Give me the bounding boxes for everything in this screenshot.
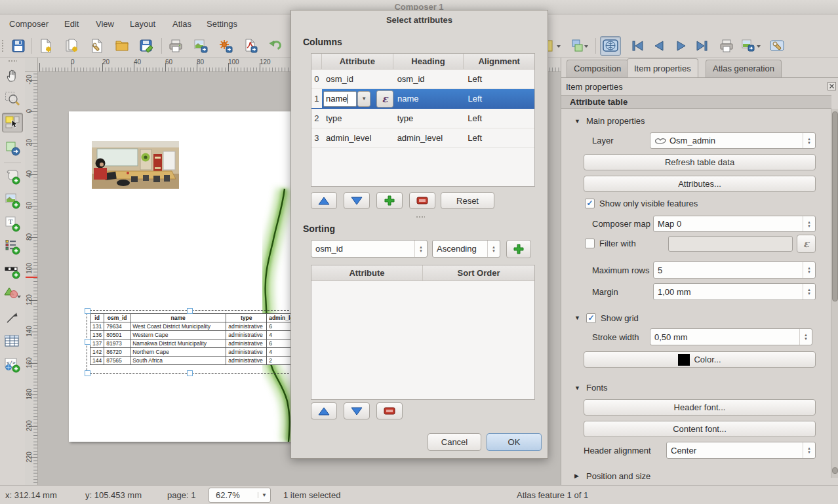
save-project-button[interactable] — [8, 36, 29, 56]
splitter-handle[interactable] — [416, 216, 425, 218]
attribute-edit-field[interactable]: name — [323, 91, 357, 107]
duplicate-composition-button[interactable] — [62, 36, 83, 56]
menu-composer[interactable]: Composer — [5, 14, 52, 34]
export-image-button[interactable] — [190, 36, 211, 56]
picture-item[interactable] — [92, 141, 179, 189]
toolbar-handle[interactable] — [1, 39, 5, 52]
sorting-move-down-button[interactable] — [344, 402, 370, 419]
print-atlas-button[interactable] — [716, 36, 737, 56]
heading-cell[interactable]: type — [393, 109, 464, 128]
alignment-cell[interactable]: Left — [464, 128, 534, 147]
open-template-button[interactable] — [111, 36, 132, 56]
sorting-move-up-button[interactable] — [311, 402, 337, 419]
tab-item-properties[interactable]: Item properties — [627, 58, 698, 77]
attribute-cell[interactable]: osm_id — [322, 69, 393, 88]
show-only-visible-checkbox[interactable]: ✓ — [585, 199, 595, 208]
main-properties-label[interactable]: Main properties — [586, 116, 645, 126]
expression-builder-button[interactable]: ε — [376, 90, 393, 107]
export-atlas-dropdown-button[interactable] — [738, 36, 765, 56]
zoom-tool-button[interactable] — [2, 89, 23, 109]
sort-attribute-col-header[interactable]: Attribute — [311, 265, 423, 281]
sorting-add-button[interactable] — [506, 240, 531, 258]
raise-items-dropdown-button[interactable] — [568, 36, 591, 56]
refresh-table-data-button[interactable]: Refresh table data — [584, 154, 816, 170]
map-item[interactable] — [216, 111, 290, 442]
sorting-order-combobox[interactable]: Ascending ▲▼ — [432, 240, 500, 258]
attribute-table-item[interactable]: id osm_id name type admin_level 13179634… — [90, 313, 304, 365]
atlas-preview-button[interactable] — [600, 36, 621, 56]
zoom-level-combobox[interactable]: 62.7% ▼ — [209, 488, 271, 503]
menu-settings[interactable]: Settings — [203, 14, 241, 34]
stroke-width-spinbox[interactable]: 0,50 mm ▲▼ — [650, 328, 812, 345]
columns-row-0[interactable]: 0 osm_id osm_id Left — [311, 69, 534, 89]
collapse-arrow-icon[interactable]: ▼ — [574, 385, 580, 391]
add-shape-dropdown-button[interactable] — [2, 284, 23, 304]
add-map-tool-button[interactable] — [2, 166, 23, 186]
column-add-button[interactable] — [376, 192, 403, 209]
menu-atlas[interactable]: Atlas — [169, 14, 195, 34]
attribute-col-header[interactable]: Attribute — [322, 54, 393, 69]
attributes-button[interactable]: Attributes... — [584, 176, 816, 192]
scrollbar-thumb[interactable] — [832, 111, 838, 301]
ok-button[interactable]: OK — [487, 433, 542, 451]
menu-layout[interactable]: Layout — [126, 14, 159, 34]
resize-handle[interactable] — [187, 370, 193, 376]
menu-edit[interactable]: Edit — [60, 14, 83, 34]
sorting-remove-button[interactable] — [376, 402, 403, 419]
save-as-template-button[interactable] — [136, 36, 157, 56]
columns-row-3[interactable]: 3 admin_level admin_level Left — [311, 128, 534, 148]
resize-handle[interactable] — [85, 308, 90, 314]
collapse-arrow-icon[interactable]: ▼ — [574, 118, 580, 125]
atlas-previous-feature-button[interactable] — [649, 36, 670, 56]
add-attribute-table-tool-button[interactable] — [2, 332, 23, 351]
collapse-arrow-icon[interactable]: ▼ — [574, 315, 580, 321]
atlas-next-feature-button[interactable] — [670, 36, 691, 56]
heading-cell[interactable]: osm_id — [393, 69, 464, 88]
show-grid-label[interactable]: Show grid — [601, 313, 639, 323]
column-move-up-button[interactable] — [311, 192, 337, 209]
filter-with-label[interactable]: Filter with — [599, 239, 636, 248]
composition-manager-button[interactable] — [87, 36, 108, 56]
alignment-cell[interactable]: Left — [464, 89, 534, 108]
close-panel-icon[interactable] — [828, 82, 836, 90]
add-legend-tool-button[interactable] — [2, 237, 23, 256]
print-button[interactable] — [165, 36, 186, 56]
scrollbar-end[interactable] — [832, 467, 838, 474]
pan-tool-button[interactable] — [2, 66, 23, 85]
content-font-button[interactable]: Content font... — [584, 421, 816, 437]
panel-scrollbar[interactable] — [831, 109, 838, 478]
layer-combobox[interactable]: Osm_admin ▲▼ — [650, 132, 816, 149]
filter-with-checkbox[interactable]: ✓ — [585, 239, 595, 248]
columns-row-2[interactable]: 2 type type Left — [311, 109, 534, 128]
header-alignment-combobox[interactable]: Center ▲▼ — [666, 442, 816, 459]
alignment-cell[interactable]: Left — [464, 109, 534, 128]
columns-table[interactable]: Attribute Heading Alignment 0 osm_id osm… — [311, 53, 535, 187]
margin-spinbox[interactable]: 1,00 mm ▲▼ — [653, 283, 816, 300]
resize-handle[interactable] — [85, 339, 90, 345]
resize-handle[interactable] — [187, 308, 193, 314]
fonts-label[interactable]: Fonts — [586, 383, 608, 393]
expand-arrow-icon[interactable]: ▶ — [574, 473, 579, 479]
grid-color-button[interactable]: Color... — [584, 351, 816, 368]
add-arrow-tool-button[interactable] — [2, 308, 23, 328]
add-scalebar-tool-button[interactable] — [2, 261, 23, 281]
menu-view[interactable]: View — [92, 14, 118, 34]
tab-atlas-generation[interactable]: Atlas generation — [706, 60, 782, 77]
composer-map-combobox[interactable]: Map 0 ▲▼ — [653, 216, 816, 232]
column-remove-button[interactable] — [409, 192, 435, 209]
show-grid-checkbox[interactable]: ✓ — [586, 313, 596, 323]
export-svg-button[interactable] — [215, 36, 236, 56]
add-label-tool-button[interactable]: T — [2, 214, 23, 233]
filter-expression-builder-button[interactable]: ε — [797, 235, 816, 253]
alignment-col-header[interactable]: Alignment — [464, 54, 534, 69]
export-pdf-button[interactable] — [240, 36, 261, 56]
undo-button[interactable] — [265, 36, 286, 56]
tab-composition[interactable]: Composition — [567, 60, 628, 77]
column-move-down-button[interactable] — [344, 192, 370, 209]
heading-cell[interactable]: name — [393, 89, 464, 108]
resize-handle[interactable] — [85, 370, 90, 376]
new-composition-button[interactable] — [35, 36, 56, 56]
atlas-last-feature-button[interactable] — [691, 36, 712, 56]
move-item-content-tool-button[interactable] — [2, 138, 23, 158]
attribute-cell[interactable]: admin_level — [322, 128, 393, 147]
